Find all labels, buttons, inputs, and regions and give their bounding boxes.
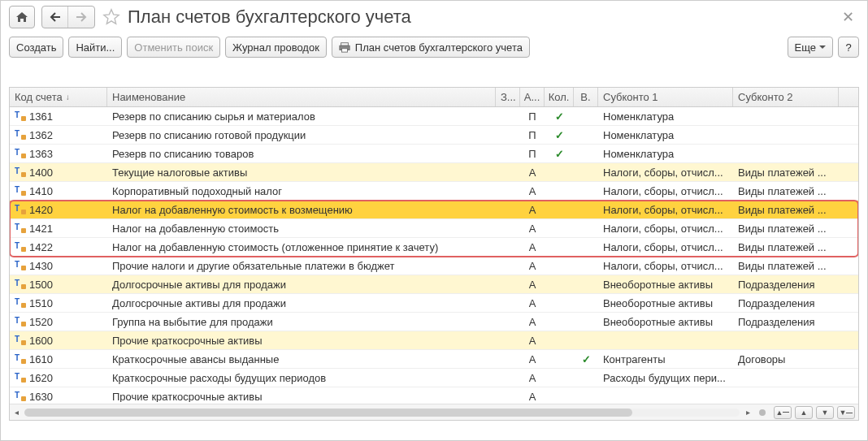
table-row[interactable]: 1410Корпоративный подоходный налогАНалог… [10,182,858,201]
scroll-thumb[interactable] [24,409,632,417]
more-button[interactable]: Еще [788,37,833,58]
cell-sub2 [733,115,839,118]
scroll-track[interactable] [24,409,740,417]
col-z[interactable]: З... [496,88,520,106]
cell-code: 1600 [10,333,107,348]
table-row[interactable]: 1421Налог на добавленную стоимостьАНалог… [10,219,858,238]
table-row[interactable]: 1363Резерв по списанию товаровП✓Номенкла… [10,145,858,163]
col-sub2[interactable]: Субконто 2 [733,88,839,106]
print-report-button[interactable]: План счетов бухгалтерского учета [332,37,530,58]
account-icon [15,111,26,121]
check-icon: ✓ [555,148,564,160]
check-icon: ✓ [582,353,591,365]
cell-sub2 [733,339,839,342]
cell-sub1: Внеоборотные активы [598,296,733,311]
cell-v [574,152,598,155]
cell-kol: ✓ [545,128,574,143]
table-row[interactable]: 1610Краткосрочные авансы выданныеА✓Контр… [10,350,858,369]
scroll-bottom-button[interactable]: ▼ [837,406,855,419]
cell-name: Краткосрочные авансы выданные [107,352,496,367]
cell-sub1: Номенклатура [598,128,733,143]
col-code[interactable]: Код счета↓ [10,88,107,106]
cell-code: 1620 [10,370,107,386]
cell-name: Резерв по списанию сырья и материалов [107,109,496,124]
cell-sub2: Договоры [733,352,839,367]
cell-sub1: Налоги, сборы, отчисл... [598,221,733,236]
cell-name: Краткосрочные расходы будущих периодов [107,370,496,386]
scroll-top-button[interactable]: ▲ [774,406,792,419]
cell-kol [545,227,574,230]
table-row[interactable]: 1500Долгосрочные активы для продажиАВнео… [10,275,858,294]
table-row[interactable]: 1361Резерв по списанию сырья и материало… [10,107,858,126]
find-button[interactable]: Найти... [68,37,122,58]
cell-code: 1363 [10,146,107,162]
back-button[interactable] [42,6,68,28]
favorite-star-button[interactable] [102,7,121,27]
cell-a: А [520,202,545,218]
cell-v [574,133,598,136]
account-icon [15,317,26,326]
table-row[interactable]: 1422Налог на добавленную стоимость (отло… [10,238,858,257]
cell-code: 1630 [10,389,107,403]
cell-sub2: Виды платежей ... [733,165,839,180]
table-row[interactable]: 1620Краткосрочные расходы будущих период… [10,369,858,387]
help-button[interactable]: ? [838,37,859,58]
cell-v [574,189,598,192]
account-icon [15,279,26,289]
cell-z [496,171,520,174]
cell-a: П [520,109,545,124]
scroll-down-button[interactable]: ▼ [816,406,834,419]
col-v[interactable]: В. [574,88,598,106]
cell-a: А [520,184,545,199]
cell-sub2: Виды платежей ... [733,258,839,274]
table-row[interactable]: 1430Прочие налоги и другие обязательные … [10,257,858,275]
col-name[interactable]: Наименование [107,88,496,106]
cell-v [574,171,598,174]
cell-a: А [520,370,545,386]
toolbar: Создать Найти... Отменить поиск Журнал п… [1,32,867,63]
journal-button[interactable]: Журнал проводок [225,37,327,58]
cell-code: 1361 [10,109,107,124]
table-row[interactable]: 1630Прочие краткосрочные активыА [10,387,858,402]
scroll-up-button[interactable]: ▲ [795,406,813,419]
close-button[interactable]: ✕ [837,8,859,26]
table-header: Код счета↓ Наименование З... А... Кол. В… [10,88,858,107]
cell-a: А [520,296,545,311]
table-row[interactable]: 1510Долгосрочные активы для продажиАВнео… [10,294,858,313]
home-button[interactable] [9,6,35,28]
cell-z [496,376,520,379]
cell-sub1: Расходы будущих пери... [598,370,733,386]
scroll-right-icon[interactable]: ▸ [741,406,754,419]
cell-v [574,320,598,323]
col-kol[interactable]: Кол. [545,88,574,106]
cell-v [574,376,598,379]
cell-z [496,357,520,361]
cell-z [496,133,520,136]
cancel-search-button[interactable]: Отменить поиск [127,37,220,58]
cell-sub1: Налоги, сборы, отчисл... [598,184,733,199]
cell-a: А [520,258,545,274]
table-row[interactable]: 1420Налог на добавленную стоимость к воз… [10,201,858,219]
check-icon: ✓ [555,110,564,123]
cell-kol [545,301,574,305]
cell-v: ✓ [574,352,598,367]
table-row[interactable]: 1520Группа на выбытие для продажиАВнеобо… [10,313,858,331]
forward-button[interactable] [68,6,94,28]
table-row[interactable]: 1400Текущие налоговые активыАНалоги, сбо… [10,163,858,182]
cell-name: Резерв по списанию готовой продукции [107,128,496,143]
table-row[interactable]: 1600Прочие краткосрочные активыА [10,331,858,350]
create-button[interactable]: Создать [9,37,63,58]
cell-kol [545,264,574,267]
col-a[interactable]: А... [520,88,545,106]
cell-z [496,283,520,286]
svg-rect-2 [341,49,347,52]
cell-kol [545,245,574,249]
cell-v [574,301,598,305]
col-sub1[interactable]: Субконто 1 [598,88,733,106]
app-window: План счетов бухгалтерского учета ✕ Созда… [0,0,868,441]
horizontal-scrollbar[interactable]: ◂ ▸ ▲ ▲ ▼ ▼ [10,404,858,420]
account-icon [15,298,26,308]
scroll-left-icon[interactable]: ◂ [10,406,23,419]
printer-icon [339,41,350,53]
table-row[interactable]: 1362Резерв по списанию готовой продукции… [10,126,858,145]
